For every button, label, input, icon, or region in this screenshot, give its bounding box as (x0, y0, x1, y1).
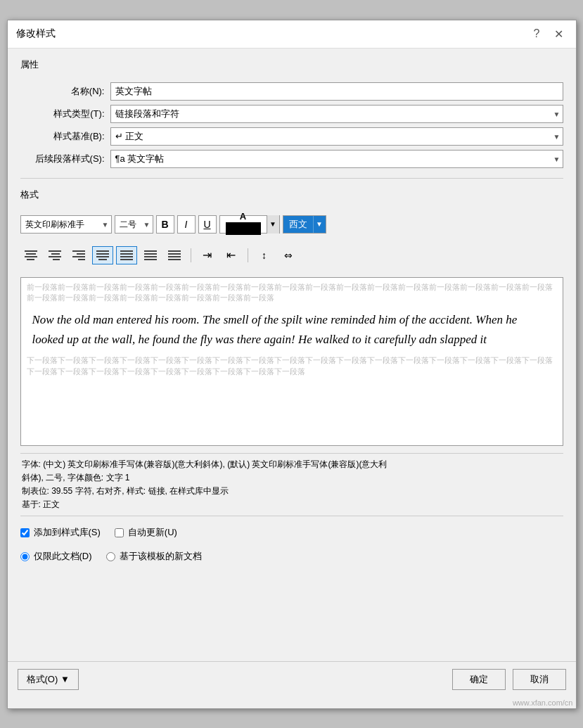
line-spacing-icon: ↕ (262, 250, 267, 261)
style-base-row: 样式基准(B): ↵ 正文 ▼ (20, 127, 563, 146)
divider (20, 178, 563, 179)
auto-update-label: 自动更新(U) (128, 526, 177, 539)
new-doc-template-radio[interactable]: 基于该模板的新文档 (106, 550, 202, 563)
toolbar-row-2: ⇥ ⇤ ↕ ⇔ (20, 243, 563, 267)
only-this-doc-input[interactable] (20, 552, 30, 561)
align-distribute2-icon (168, 250, 181, 260)
next-style-row: 后续段落样式(S): ¶a 英文字帖 ▼ (20, 150, 563, 168)
line-spacing-button[interactable]: ↕ (254, 246, 275, 264)
title-controls: ? ✕ (530, 26, 568, 42)
action-buttons: 确定 取消 (452, 669, 566, 690)
name-label: 名称(N): (20, 85, 105, 98)
font-size-wrapper: 二号 ▼ (115, 215, 153, 234)
align-left-button[interactable] (20, 246, 41, 264)
style-base-label: 样式基准(B): (20, 130, 105, 143)
para-spacing-icon: ⇔ (284, 250, 293, 261)
add-to-library-label: 添加到样式库(S) (34, 526, 101, 539)
underline-button[interactable]: U (198, 215, 217, 234)
lang-button[interactable]: 西文 ▼ (283, 215, 326, 234)
align-distribute-icon (144, 250, 157, 260)
color-swatch (226, 222, 261, 235)
next-style-select-wrapper: ¶a 英文字帖 ▼ (110, 150, 563, 168)
cancel-button[interactable]: 取消 (513, 669, 566, 690)
checkbox-row: 添加到样式库(S) 自动更新(U) (20, 523, 563, 542)
style-base-select[interactable]: ↵ 正文 (110, 127, 563, 146)
name-row: 名称(N): (20, 82, 563, 101)
properties-label: 属性 (20, 58, 563, 71)
italic-button[interactable]: I (177, 215, 196, 234)
preview-placeholder-bottom: 下一段落下一段落下一段落下一段落下一段落下一段落下一段落下一段落下一段落下一段落… (21, 355, 563, 381)
title-bar: 修改样式 ? ✕ (8, 20, 576, 49)
align-distribute-button[interactable] (140, 246, 161, 264)
align-right-button[interactable] (68, 246, 89, 264)
preview-area: 前一段落前一段落前一段落前一段落前一段落前一段落前一段落前一段落前一段落前一段落… (20, 277, 563, 446)
lang-label: 西文 (283, 216, 313, 233)
align-distribute2-button[interactable] (164, 246, 185, 264)
style-description: 字体: (中文) 英文印刷标准手写体(兼容版)(意大利斜体), (默认) 英文印… (20, 453, 563, 517)
preview-main-text: Now the old man entered his room. The sm… (21, 307, 563, 355)
format-label: 格式 (20, 189, 563, 201)
bold-button[interactable]: B (156, 215, 174, 234)
only-this-doc-radio[interactable]: 仅限此文档(D) (20, 550, 92, 563)
only-this-doc-label: 仅限此文档(D) (34, 550, 92, 563)
format-button[interactable]: 格式(O) ▼ (18, 669, 79, 690)
para-spacing-button[interactable]: ⇔ (278, 246, 299, 264)
align-right-icon (72, 250, 85, 260)
toolbar-separator (191, 248, 191, 262)
style-desc-line1: 字体: (中文) 英文印刷标准手写体(兼容版)(意大利斜体), (默认) 英文印… (22, 458, 562, 471)
bottom-row: 格式(O) ▼ 确定 取消 (8, 661, 576, 698)
align-justify2-icon (120, 250, 133, 260)
style-type-select-wrapper: 链接段落和字符 ▼ (110, 105, 563, 123)
align-justify-icon (96, 250, 109, 260)
align-center-icon (49, 250, 61, 260)
add-to-library-checkbox[interactable]: 添加到样式库(S) (20, 526, 101, 539)
align-justify2-button[interactable] (116, 246, 137, 264)
close-button[interactable]: ✕ (550, 26, 568, 42)
indent-decrease-icon: ⇤ (226, 248, 236, 262)
preview-placeholder-top: 前一段落前一段落前一段落前一段落前一段落前一段落前一段落前一段落前一段落前一段落… (21, 278, 563, 308)
dialog-body: 属性 名称(N): 样式类型(T): 链接段落和字符 ▼ 样式基准(B): (8, 49, 576, 661)
style-desc-line2: 斜体), 二号, 字体颜色: 文字 1 (22, 471, 562, 485)
font-family-wrapper: 英文印刷标准手 ▼ (20, 215, 112, 234)
align-left-icon (25, 250, 37, 260)
indent-increase-icon: ⇥ (203, 248, 212, 262)
new-doc-template-label: 基于该模板的新文档 (120, 550, 202, 563)
next-style-select[interactable]: ¶a 英文字帖 (110, 150, 563, 168)
toolbar-row-1: 英文印刷标准手 ▼ 二号 ▼ B I U A (20, 212, 563, 236)
next-style-label: 后续段落样式(S): (20, 153, 105, 165)
style-type-row: 样式类型(T): 链接段落和字符 ▼ (20, 105, 563, 123)
dialog-title: 修改样式 (16, 27, 56, 40)
new-doc-template-input[interactable] (106, 552, 115, 561)
indent-decrease-button[interactable]: ⇤ (221, 246, 242, 264)
toolbar-separator2 (248, 248, 248, 262)
properties-section: 名称(N): 样式类型(T): 链接段落和字符 ▼ 样式基准(B): ↵ 正文 (20, 82, 563, 168)
watermark: www.xfan.com/cn (8, 698, 576, 708)
style-type-label: 样式类型(T): (20, 108, 105, 120)
font-color-button[interactable]: A ▼ (219, 215, 280, 234)
auto-update-input[interactable] (115, 528, 124, 537)
name-input[interactable] (110, 82, 563, 101)
align-center-button[interactable] (44, 246, 65, 264)
lang-dropdown-arrow[interactable]: ▼ (313, 216, 326, 233)
align-justify-button[interactable] (92, 246, 113, 264)
style-desc-line4: 基于: 正文 (22, 498, 562, 511)
color-label: A (240, 212, 246, 221)
auto-update-checkbox[interactable]: 自动更新(U) (115, 526, 177, 539)
ok-button[interactable]: 确定 (452, 669, 506, 690)
font-family-select[interactable]: 英文印刷标准手 (20, 215, 112, 234)
style-type-select[interactable]: 链接段落和字符 (110, 105, 563, 123)
color-dropdown-arrow[interactable]: ▼ (267, 215, 279, 234)
color-swatch-group: A (220, 212, 267, 236)
help-button[interactable]: ? (530, 26, 544, 41)
modify-style-dialog: 修改样式 ? ✕ 属性 名称(N): 样式类型(T): 链接段落和字符 ▼ (7, 20, 577, 709)
radio-row: 仅限此文档(D) 基于该模板的新文档 (20, 549, 563, 564)
style-base-select-wrapper: ↵ 正文 ▼ (110, 127, 563, 146)
style-desc-line3: 制表位: 39.55 字符, 右对齐, 样式: 链接, 在样式库中显示 (22, 485, 562, 498)
font-size-select[interactable]: 二号 (115, 215, 153, 234)
add-to-library-input[interactable] (20, 528, 30, 537)
indent-increase-button[interactable]: ⇥ (197, 246, 218, 264)
